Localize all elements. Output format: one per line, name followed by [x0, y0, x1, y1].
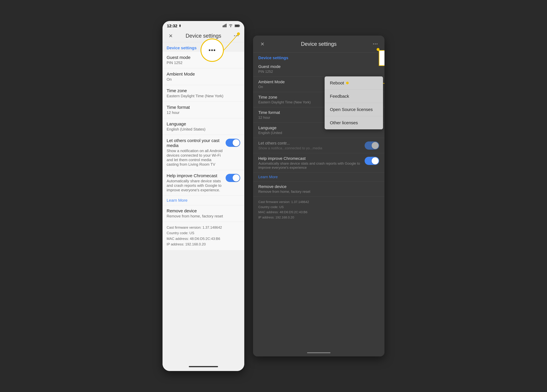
cast-control-subtitle: Show a notification on all Android devic… [167, 149, 223, 167]
right-guest-mode-title: Guest mode [258, 64, 379, 69]
annotation-circle: ••• [200, 39, 224, 62]
close-button[interactable]: ✕ [167, 32, 175, 40]
svg-rect-7 [235, 25, 239, 27]
svg-rect-1 [224, 25, 225, 27]
right-remove-device-subtitle: Remove from home, factory reset [258, 190, 379, 194]
right-section-header: Device settings [253, 53, 384, 61]
learn-more-link[interactable]: Learn More [163, 196, 244, 205]
more-options-button[interactable]: ⋯ [232, 32, 240, 40]
time-format-subtitle: 12 hour [167, 110, 240, 115]
remove-device-title: Remove device [167, 208, 240, 213]
dropdown-reboot[interactable]: Reboot [325, 76, 383, 90]
annotation-box: Reboot [379, 50, 384, 66]
right-remove-device-item[interactable]: Remove device Remove from home, factory … [253, 181, 384, 197]
svg-rect-0 [223, 26, 223, 27]
other-licenses-label: Other licenses [330, 120, 358, 125]
right-more-options-button[interactable]: ⋯ [371, 40, 379, 48]
help-chromecast-title: Help improve Chromecast [167, 173, 223, 178]
time-format-item[interactable]: Time format 12 hour [163, 102, 244, 118]
right-footer-info: Cast firmware version: 1.37.148642 Count… [253, 197, 384, 223]
more-options-icon: ⋯ [233, 33, 239, 39]
language-subtitle: English (United States) [167, 127, 240, 132]
right-header: ✕ Device settings ⋯ [253, 36, 384, 53]
language-item[interactable]: Language English (United States) [163, 118, 244, 135]
right-help-chromecast-item[interactable]: Help improve Chromecast Automatically sh… [253, 153, 384, 173]
status-bar: 12:32 ⬆ [163, 21, 244, 30]
battery-icon [235, 24, 240, 28]
reboot-label: Reboot [330, 80, 344, 86]
right-panel: ✕ Device settings ⋯ Device settings Gues… [253, 36, 384, 356]
time-format-title: Time format [167, 105, 240, 110]
right-firmware-version: Cast firmware version: 1.37.148642 [258, 199, 379, 205]
timezone-title: Time zone [167, 88, 240, 93]
svg-point-4 [230, 26, 231, 27]
svg-rect-3 [226, 24, 226, 27]
firmware-version: Cast firmware version: 1.37.148642 [167, 225, 240, 230]
cast-control-toggle[interactable] [226, 139, 240, 147]
feedback-label: Feedback [330, 94, 349, 99]
home-indicator [163, 362, 244, 371]
right-close-button[interactable]: ✕ [258, 40, 267, 48]
right-close-icon: ✕ [260, 41, 264, 47]
time-display: 12:32 [167, 24, 178, 28]
location-icon: ⬆ [178, 24, 181, 28]
page-title: Device settings [186, 33, 221, 39]
dropdown-menu: Reboot Feedback Open Source licenses Oth… [325, 76, 383, 129]
cast-control-item[interactable]: Let others control your cast media Show … [163, 135, 244, 170]
mac-address: MAC address: 48:D6:D5:2C:43:B6 [167, 236, 240, 241]
right-language-subtitle: English (United [258, 131, 379, 135]
home-bar [189, 366, 218, 367]
open-source-label: Open Source licenses [330, 107, 373, 112]
right-page-title: Device settings [301, 41, 337, 47]
annotation-dots-text: ••• [209, 47, 216, 54]
help-chromecast-subtitle: Automatically share device stats and cra… [167, 179, 223, 192]
help-chromecast-toggle[interactable] [226, 174, 240, 182]
right-cast-control-item[interactable]: Let others contr... Show a notifica...co… [253, 138, 384, 153]
ip-address: IP address: 192.168.0.20 [167, 241, 240, 247]
close-icon: ✕ [169, 33, 173, 39]
right-mac-address: MAC address: 48:D6:D5:2C:43:B6 [258, 210, 379, 215]
dropdown-open-source[interactable]: Open Source licenses [325, 103, 383, 116]
wifi-icon [229, 24, 233, 28]
guest-mode-subtitle: PIN 1252 [167, 60, 240, 65]
ambient-mode-item[interactable]: Ambient Mode On [163, 68, 244, 85]
right-help-chromecast-subtitle: Automatically share device stats and cra… [258, 161, 362, 170]
content-area: Device settings Guest mode PIN 1252 Ambi… [163, 42, 244, 362]
ambient-mode-title: Ambient Mode [167, 72, 240, 77]
right-help-chromecast-toggle[interactable] [365, 157, 379, 165]
right-home-indicator [253, 349, 384, 356]
help-chromecast-item[interactable]: Help improve Chromecast Automatically sh… [163, 170, 244, 196]
right-cast-control-title: Let others contr... [258, 141, 362, 146]
right-home-bar-indicator [307, 352, 330, 353]
phone-left: 12:32 ⬆ ✕ [163, 21, 244, 371]
cast-control-title: Let others control your cast media [167, 138, 223, 148]
svg-rect-6 [239, 25, 240, 26]
reboot-dot [346, 82, 349, 84]
country-code: Country code: US [167, 230, 240, 236]
right-guest-mode-subtitle: PIN 1252 [258, 70, 379, 74]
dropdown-feedback[interactable]: Feedback [325, 90, 383, 103]
right-cast-control-subtitle: Show a notifica...connected to yo...medi… [258, 146, 362, 150]
right-remove-device-title: Remove device [258, 184, 379, 189]
timezone-subtitle: Eastern Daylight Time (New York) [167, 94, 240, 98]
right-learn-more-link[interactable]: Learn More [253, 173, 384, 181]
signal-icon [223, 24, 227, 28]
svg-rect-2 [225, 24, 226, 27]
ambient-mode-subtitle: On [167, 77, 240, 82]
language-title: Language [167, 121, 240, 126]
right-help-chromecast-title: Help improve Chromecast [258, 156, 362, 161]
footer-info: Cast firmware version: 1.37.148642 Count… [163, 222, 244, 250]
app-header: ✕ Device settings ⋯ [163, 30, 244, 42]
remove-device-subtitle: Remove from home, factory reset [167, 214, 240, 219]
dropdown-other-licenses[interactable]: Other licenses [325, 116, 383, 129]
right-ip-address: IP address: 192.168.0.20 [258, 215, 379, 220]
right-cast-control-toggle[interactable] [365, 141, 379, 150]
right-country-code: Country code: US [258, 205, 379, 210]
timezone-item[interactable]: Time zone Eastern Daylight Time (New Yor… [163, 85, 244, 102]
right-more-options-icon: ⋯ [372, 41, 378, 47]
remove-device-item[interactable]: Remove device Remove from home, factory … [163, 205, 244, 222]
right-guest-mode-item[interactable]: Guest mode PIN 1252 [253, 61, 384, 77]
